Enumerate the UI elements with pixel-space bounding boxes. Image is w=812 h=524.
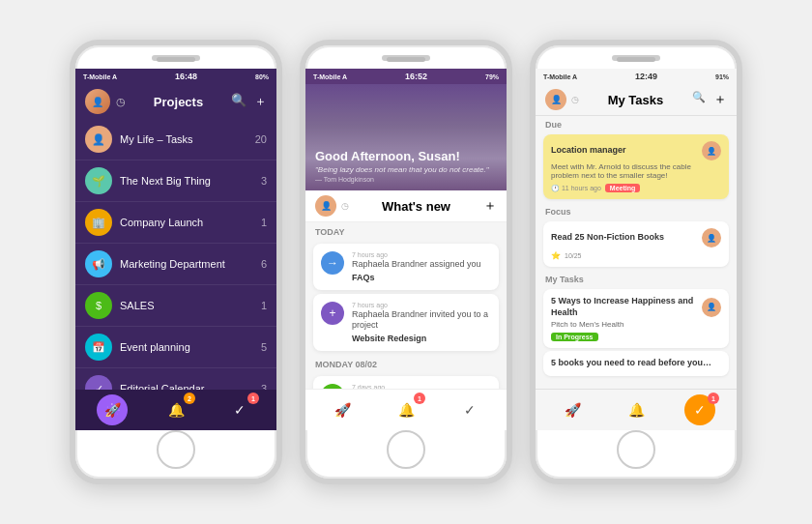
- bottom-bar-1: 🚀 🔔 2 ✓ 1: [75, 390, 276, 430]
- activity-icon: →: [321, 251, 344, 275]
- project-icon: 👤: [85, 126, 112, 153]
- task-meta: ⭐10/25: [551, 251, 721, 260]
- phone-speaker: [157, 57, 195, 62]
- search-icon-3[interactable]: 🔍: [692, 91, 706, 108]
- task-row: Location manager 👤: [551, 141, 721, 160]
- project-count: 5: [261, 341, 267, 353]
- project-item[interactable]: 📢 Marketing Department 6: [75, 244, 276, 285]
- search-icon-1[interactable]: 🔍: [231, 93, 246, 110]
- project-item[interactable]: 🏢 Company Launch 1: [75, 202, 276, 244]
- project-name: Editorial Calendar: [120, 383, 253, 390]
- task-row: 5 books you need to read before you…: [551, 358, 721, 369]
- hero-quote: "Being lazy does not mean that you do no…: [315, 165, 497, 175]
- time-1: 16:48: [175, 72, 197, 81]
- status-bar-3: T-Mobile A 12:49 91%: [536, 69, 737, 84]
- activity-list: Today → 7 hours ago Raphaela Brandner as…: [305, 222, 507, 389]
- project-item[interactable]: $ SALES 1: [75, 285, 276, 327]
- battery-2: 79%: [485, 73, 499, 80]
- bottom-bar-2: 🚀 🔔 1 ✓: [305, 389, 507, 430]
- project-item[interactable]: 👤 My Life – Tasks 20: [75, 119, 276, 160]
- section-header: Monday 08/02: [305, 355, 507, 372]
- task-tags: 🕐 11 hours agoMeeting: [551, 184, 721, 192]
- task-avatar: 👤: [702, 141, 721, 160]
- task-card[interactable]: 5 books you need to read before you…: [543, 351, 729, 376]
- hero-overlay: Good Afternoon, Susan! "Being lazy does …: [305, 84, 507, 190]
- clock-icon-2: ◷: [341, 201, 349, 211]
- task-subtitle: Pitch to Men's Health: [551, 320, 721, 329]
- tasks-section-label: My Tasks: [536, 271, 737, 286]
- avatar-3: 👤: [545, 89, 566, 110]
- task-card[interactable]: 5 Ways to Increase Happiness and Health …: [543, 289, 729, 348]
- project-name: The Next Big Thing: [120, 175, 253, 187]
- whats-new-header: 👤 ◷ What's new ＋: [305, 190, 507, 222]
- activity-card[interactable]: → 7 hours ago Raphaela Brandner assigned…: [313, 244, 499, 290]
- project-count: 20: [255, 133, 267, 145]
- activity-text: Raphaela Brandner assigned you: [352, 259, 491, 271]
- activity-content: 7 hours ago Raphaela Brandner assigned y…: [352, 251, 491, 282]
- project-name: SALES: [120, 300, 253, 311]
- notif-btn-2[interactable]: 🔔 1: [391, 394, 421, 425]
- avatar-1: 👤: [85, 89, 110, 114]
- activity-card[interactable]: + 7 hours ago Raphaela Brandner invited …: [313, 294, 499, 351]
- tasks-btn-1[interactable]: ✓ 1: [224, 394, 255, 425]
- notif-btn-3[interactable]: 🔔: [621, 394, 652, 425]
- add-icon-3[interactable]: ＋: [713, 91, 727, 108]
- home-btn-3[interactable]: 🚀: [557, 394, 588, 425]
- battery-3: 91%: [715, 73, 729, 80]
- project-icon: ✓: [85, 375, 112, 390]
- add-icon-2[interactable]: ＋: [483, 197, 497, 215]
- phone-projects: T-Mobile A 16:48 80% 👤 ◷ Projects 🔍 ＋ 👤 …: [70, 40, 282, 484]
- activity-time: 7 hours ago: [352, 251, 491, 258]
- carrier-1: T-Mobile A: [83, 73, 117, 80]
- notifications-btn-1[interactable]: 🔔 2: [160, 394, 191, 425]
- project-name: Event planning: [120, 341, 253, 353]
- header-icons-1: 🔍 ＋: [231, 93, 267, 110]
- project-count: 3: [261, 175, 267, 187]
- tasks-section: My Tasks 5 Ways to Increase Happiness an…: [536, 271, 737, 376]
- activity-project: FAQs: [352, 273, 491, 282]
- task-card[interactable]: Location manager 👤 Meet with Mr. Arnold …: [543, 134, 729, 199]
- add-icon-1[interactable]: ＋: [254, 93, 267, 110]
- tasks-list: Due Location manager 👤 Meet with Mr. Arn…: [536, 116, 737, 389]
- clock-icon: ◷: [116, 96, 126, 108]
- my-tasks-header: 👤 ◷ My Tasks 🔍 ＋: [536, 84, 737, 116]
- phone-speaker-2: [387, 57, 425, 62]
- task-time: 🕐 11 hours ago: [551, 185, 601, 192]
- check-icon-2: ✓: [454, 394, 485, 425]
- tasks-btn-2[interactable]: ✓: [454, 394, 485, 425]
- tasks-badge-3: 1: [708, 393, 719, 404]
- home-btn-2[interactable]: 🚀: [327, 394, 358, 425]
- task-tag: In Progress: [551, 333, 598, 341]
- project-item[interactable]: 📅 Event planning 5: [75, 327, 276, 368]
- bottom-bar-3: 🚀 🔔 ✓ 1: [536, 389, 737, 430]
- activity-card[interactable]: ✓ 7 days ago Raphaela Brandner completed…: [313, 376, 499, 389]
- hero-author: — Tom Hodgkinson: [315, 176, 497, 183]
- home-btn-1[interactable]: 🚀: [97, 394, 128, 425]
- whats-new-title: What's new: [349, 199, 483, 214]
- project-item[interactable]: ✓ Editorial Calendar 3: [75, 368, 276, 390]
- tasks-section-label: Due: [536, 116, 737, 131]
- project-icon: 🏢: [85, 209, 112, 236]
- activity-content: 7 hours ago Raphaela Brandner invited yo…: [352, 302, 491, 343]
- section-header: Today: [305, 222, 507, 240]
- task-card[interactable]: Read 25 Non-Fiction Books 👤 ⭐10/25: [543, 221, 729, 267]
- project-name: Marketing Department: [120, 258, 253, 270]
- task-tag: Meeting: [605, 184, 640, 192]
- hero-section: Good Afternoon, Susan! "Being lazy does …: [305, 84, 507, 190]
- status-bar-1: T-Mobile A 16:48 80%: [75, 69, 276, 84]
- clock-icon-3: ◷: [571, 95, 579, 104]
- project-icon: 📅: [85, 334, 112, 361]
- tasks-badge-1: 1: [247, 393, 259, 404]
- task-title: 5 books you need to read before you…: [551, 358, 711, 369]
- time-3: 12:49: [635, 72, 657, 81]
- project-count: 6: [261, 258, 267, 270]
- project-name: Company Launch: [120, 217, 253, 228]
- projects-header: 👤 ◷ Projects 🔍 ＋: [75, 84, 276, 119]
- project-count: 1: [261, 300, 267, 311]
- task-progress: 10/25: [565, 252, 582, 259]
- notif-badge-2: 1: [414, 393, 425, 404]
- tasks-btn-3[interactable]: ✓ 1: [684, 394, 715, 425]
- tasks-section: Due Location manager 👤 Meet with Mr. Arn…: [536, 116, 737, 199]
- activity-time: 7 hours ago: [352, 302, 491, 308]
- project-item[interactable]: 🌱 The Next Big Thing 3: [75, 160, 276, 202]
